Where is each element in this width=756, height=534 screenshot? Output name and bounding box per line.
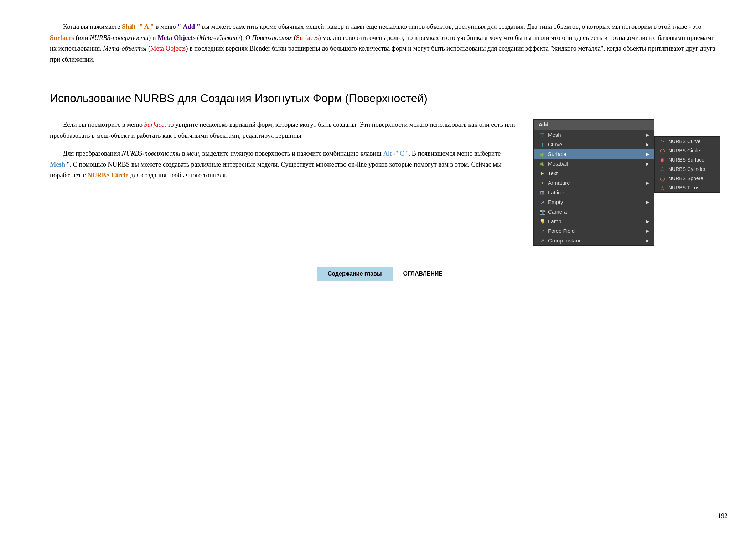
menu-item-surface[interactable]: ◉ Surface ▶ xyxy=(534,149,654,159)
submenu-item-nurbs-cylinder[interactable]: ⬡ NURBS Cylinder xyxy=(655,164,720,174)
menu-item-curve[interactable]: ) Curve ▶ xyxy=(534,140,654,149)
forcefield-arrow: ▶ xyxy=(646,229,649,234)
forcefield-icon: ↗ xyxy=(539,228,546,234)
lattice-label: Lattice xyxy=(548,189,649,195)
nurbs-sphere-icon: ◯ xyxy=(658,176,666,181)
nurbs-cylinder-icon: ⬡ xyxy=(658,166,666,172)
armature-icon: ✦ xyxy=(539,180,546,186)
contents-button[interactable]: Содержание главы xyxy=(317,267,393,281)
empty-label: Empty xyxy=(548,199,646,205)
camera-label: Camera xyxy=(548,209,649,215)
text-label: Text xyxy=(548,170,649,176)
lamp-arrow: ▶ xyxy=(646,219,649,224)
menu-item-mesh[interactable]: ▽ Mesh ▶ xyxy=(534,130,654,140)
menu-item-lamp[interactable]: 💡 Lamp ▶ xyxy=(534,216,654,226)
menu-item-lattice[interactable]: ⊞ Lattice xyxy=(534,188,654,197)
menu-item-forcefield[interactable]: ↗ Force Field ▶ xyxy=(534,226,654,236)
groupinstance-arrow: ▶ xyxy=(646,238,649,243)
surface-arrow: ▶ xyxy=(646,152,649,157)
nurbs-circle-icon: ◯ xyxy=(658,148,666,153)
curve-label: Curve xyxy=(548,141,646,147)
menu-item-empty[interactable]: ↗ Empty ▶ xyxy=(534,197,654,207)
text-column: Если вы посмотрите в меню Surface, то ув… xyxy=(50,119,519,188)
surface-icon: ◉ xyxy=(539,151,546,157)
submenu-item-nurbs-circle[interactable]: ◯ NURBS Circle xyxy=(655,146,720,155)
surfaces-italic: Поверхностях xyxy=(252,34,292,41)
groupinstance-icon: ↗ xyxy=(539,238,546,244)
meta-objects-body: Мета-объекты xyxy=(103,45,146,52)
empty-icon: ↗ xyxy=(539,199,546,205)
metaball-label: Metaball xyxy=(548,161,646,167)
toc-button[interactable]: ОГЛАВЛЕНИЕ xyxy=(393,267,454,281)
nurbs-torus-icon: ◎ xyxy=(658,185,666,190)
nurbs-surface-icon: ▣ xyxy=(658,157,666,163)
curve-arrow: ▶ xyxy=(646,142,649,147)
mesh-option: Mesh xyxy=(50,161,65,168)
alt-c-shortcut: Alt -" C " xyxy=(383,150,408,157)
lattice-icon: ⊞ xyxy=(539,190,546,195)
blender-add-menu: Add ▽ Mesh ▶ ) Curve ▶ ◉ Surface ▶ ◉ xyxy=(533,119,720,246)
metaball-arrow: ▶ xyxy=(646,161,649,166)
surfaces-red: Surfaces xyxy=(296,34,319,41)
mesh-label: Mesh xyxy=(548,132,646,138)
metaball-icon: ◉ xyxy=(539,161,546,167)
meta-objects-term: Meta Objects xyxy=(157,34,195,41)
surfaces-term: Surfaces xyxy=(50,34,74,41)
body-paragraph-1: Если вы посмотрите в меню Surface, то ув… xyxy=(50,119,519,141)
nurbs-term-italic: NURBS-поверхности xyxy=(90,34,149,41)
meta-objects-red: Meta Objects xyxy=(150,45,186,52)
menu-item-text[interactable]: F Text xyxy=(534,168,654,178)
nurbs-surface-label: NURBS Surface xyxy=(668,157,704,163)
submenu-item-nurbs-curve[interactable]: 〜 NURBS Curve xyxy=(655,137,720,146)
forcefield-label: Force Field xyxy=(548,228,646,234)
nurbs-cylinder-label: NURBS Cylinder xyxy=(668,166,705,172)
nurbs-circle-ref: NURBS Circle xyxy=(87,172,128,179)
curve-icon: ) xyxy=(539,142,546,147)
text-icon: F xyxy=(539,171,546,176)
submenu-item-nurbs-sphere[interactable]: ◯ NURBS Sphere xyxy=(655,174,720,183)
nurbs-sphere-label: NURBS Sphere xyxy=(668,176,703,181)
armature-label: Armature xyxy=(548,180,646,186)
lamp-icon: 💡 xyxy=(539,219,546,224)
armature-arrow: ▶ xyxy=(646,180,649,185)
surface-menu-link: Surface xyxy=(144,121,165,128)
add-menu-label: " Add " xyxy=(177,23,200,30)
submenu-item-nurbs-surface[interactable]: ▣ NURBS Surface xyxy=(655,155,720,164)
nurbs-circle-label: NURBS Circle xyxy=(668,148,700,153)
page: Когда вы нажимаете Shift -" A " в меню "… xyxy=(0,0,756,309)
menu-panel: Add ▽ Mesh ▶ ) Curve ▶ ◉ Surface ▶ ◉ xyxy=(533,119,654,246)
mesh-icon: ▽ xyxy=(539,132,546,138)
lamp-label: Lamp xyxy=(548,218,646,224)
section-title: Использование NURBS для Создания Изогнут… xyxy=(50,92,720,105)
menu-item-camera[interactable]: 📷 Camera xyxy=(534,207,654,216)
menu-item-groupinstance[interactable]: ↗ Group Instance ▶ xyxy=(534,236,654,245)
footer-bar: Содержание главы ОГЛАВЛЕНИЕ xyxy=(50,267,720,281)
surface-label: Surface xyxy=(548,151,646,157)
surface-submenu: 〜 NURBS Curve ◯ NURBS Circle ▣ NURBS Sur… xyxy=(654,136,720,193)
intro-paragraph: Когда вы нажимаете Shift -" A " в меню "… xyxy=(50,21,720,65)
menu-item-armature[interactable]: ✦ Armature ▶ xyxy=(534,178,654,188)
nurbs-torus-label: NURBS Torus xyxy=(668,185,699,190)
meta-objects-italic: Meta-объекты xyxy=(200,34,240,41)
camera-icon: 📷 xyxy=(539,209,546,215)
content-area: Если вы посмотрите в меню Surface, то ув… xyxy=(50,119,720,246)
shift-a-shortcut: Shift -" A " xyxy=(122,23,154,30)
nurbs-curve-icon: 〜 xyxy=(658,138,666,144)
groupinstance-label: Group Instance xyxy=(548,237,646,244)
nurbs-surface-italic: NURBS-поверхности xyxy=(122,150,181,157)
body-paragraph-2: Для преобразования NURBS-поверхности в м… xyxy=(50,148,519,181)
menu-header: Add xyxy=(534,120,654,130)
empty-arrow: ▶ xyxy=(646,200,649,205)
submenu-item-nurbs-torus[interactable]: ◎ NURBS Torus xyxy=(655,183,720,192)
mesh-italic: меш xyxy=(187,150,199,157)
nurbs-curve-label: NURBS Curve xyxy=(668,138,700,144)
page-number: 192 xyxy=(718,512,727,520)
mesh-arrow: ▶ xyxy=(646,132,649,137)
menu-item-metaball[interactable]: ◉ Metaball ▶ xyxy=(534,159,654,168)
section-divider xyxy=(50,79,720,79)
